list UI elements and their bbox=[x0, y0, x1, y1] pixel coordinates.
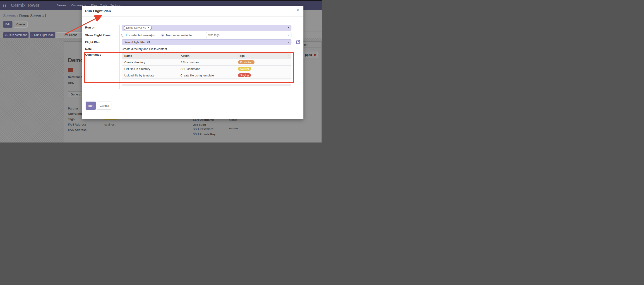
table-row[interactable]: List files in directory SSH command Cust… bbox=[122, 66, 292, 72]
edit-button[interactable]: Edit bbox=[3, 21, 12, 27]
table-options-kebab-icon[interactable]: ⋮ bbox=[286, 54, 292, 57]
ssh-password-label: SSH Password bbox=[193, 127, 214, 131]
use-sudo-label: Use sudo bbox=[193, 123, 206, 126]
flight-plan-select[interactable]: Demo Flight Plan #1 ▼ bbox=[122, 39, 292, 45]
tags-label: Tags bbox=[68, 117, 74, 121]
partner-label: Partner bbox=[68, 107, 78, 110]
ipv6-label: IPv6 Address bbox=[68, 128, 86, 132]
radio-for-selected-servers[interactable] bbox=[121, 34, 124, 37]
page-hatch-right bbox=[322, 41, 322, 142]
ipv4-label: IPv4 Address bbox=[68, 123, 86, 126]
url-label: URL bbox=[68, 81, 74, 84]
commands-table-header: Name Action Tags ⋮ bbox=[122, 53, 292, 59]
with-tags-select[interactable]: with tags ▼ bbox=[206, 32, 292, 38]
column-tags[interactable]: Tags bbox=[236, 53, 286, 59]
run-button[interactable]: Run bbox=[86, 102, 96, 110]
cancel-button[interactable]: Cancel bbox=[97, 102, 112, 110]
nav-item-servers[interactable]: Servers bbox=[56, 4, 66, 7]
server-name-heading: Demo bbox=[68, 57, 82, 64]
table-row[interactable]: Create directory SSH command Production bbox=[122, 59, 292, 66]
close-icon[interactable]: × bbox=[297, 8, 299, 12]
breadcrumb-separator: / bbox=[17, 13, 19, 18]
breadcrumb-servers-link[interactable]: Servers bbox=[3, 13, 16, 18]
app-window: Cetmix Tower Servers Commands Files Tool… bbox=[0, 0, 322, 142]
dialog-label-divider bbox=[119, 25, 120, 89]
radio-non-server-restricted[interactable] bbox=[161, 34, 164, 37]
background-tab-underline bbox=[304, 47, 322, 48]
plane-icon: ✈ bbox=[31, 34, 33, 36]
flight-plan-label: Flight Plan bbox=[85, 40, 100, 44]
tab-general[interactable]: General bbox=[68, 91, 82, 97]
status-text-fragment: pped bbox=[305, 53, 312, 56]
commands-table: Name Action Tags ⋮ Create directory SSH … bbox=[122, 53, 292, 80]
ssh-password-value: ******** bbox=[229, 127, 238, 131]
reference-label: Reference bbox=[68, 75, 82, 79]
show-flight-plans-radiogroup: For selected server(s) Non server restri… bbox=[121, 32, 194, 38]
apps-grid-icon[interactable] bbox=[3, 4, 6, 7]
server-status-button[interactable]: pped bbox=[303, 51, 318, 58]
horizontal-scrollbar[interactable] bbox=[122, 84, 292, 86]
sheet-divider bbox=[64, 51, 82, 51]
server-color-swatch[interactable] bbox=[68, 68, 73, 72]
commands-label: Commands bbox=[85, 53, 101, 56]
radio-label-non-server-restricted[interactable]: Non server restricted bbox=[166, 33, 194, 37]
dialog-title: Run Flight Plan bbox=[85, 9, 111, 13]
tag-badge: Staging bbox=[238, 73, 251, 77]
breadcrumb: Servers / Demo Server #1 bbox=[3, 13, 46, 18]
server-tag-pill[interactable]: Demo Server #1 ✕ bbox=[124, 25, 152, 30]
tag-remove-icon[interactable]: ✕ bbox=[147, 26, 149, 29]
breadcrumb-current: Demo Server #1 bbox=[19, 13, 46, 18]
ipv4-value: localhost bbox=[104, 123, 115, 126]
status-stopped-dot bbox=[314, 54, 316, 56]
page-hatch-left bbox=[0, 41, 64, 142]
code-icon: </> bbox=[4, 34, 8, 36]
dialog-footer-divider bbox=[82, 98, 304, 98]
background-tab-fragment: es bbox=[304, 43, 308, 47]
column-name[interactable]: Name bbox=[122, 54, 179, 57]
note-value: Create directory and list its content bbox=[122, 47, 167, 51]
tag-badge: Custom bbox=[238, 67, 251, 71]
note-label: Note bbox=[85, 47, 92, 51]
table-row[interactable]: Upload file by template Create file usin… bbox=[122, 72, 292, 79]
chevron-down-icon: ▼ bbox=[288, 41, 290, 43]
run-flight-plan-button[interactable]: ✈ Run Flight Plan bbox=[30, 32, 55, 38]
brand-title: Cetmix Tower bbox=[11, 3, 40, 8]
run-flight-plan-dialog: Run Flight Plan × Run on Show Flight Pla… bbox=[82, 6, 304, 119]
external-link-icon[interactable] bbox=[296, 40, 300, 44]
run-on-input[interactable]: Demo Server #1 ✕ ▼ bbox=[122, 25, 292, 30]
show-flight-plans-label: Show Flight Plans bbox=[85, 33, 110, 37]
create-button[interactable]: Create bbox=[14, 21, 28, 27]
dialog-header-divider bbox=[82, 16, 304, 16]
column-action[interactable]: Action bbox=[179, 53, 236, 59]
chevron-down-icon: ▼ bbox=[287, 34, 289, 36]
ssh-private-key-label: SSH Private Key bbox=[193, 133, 216, 136]
test-connection-button[interactable]: Test Conne bbox=[56, 32, 84, 38]
radio-label-for-selected-servers[interactable]: For selected server(s) bbox=[126, 33, 154, 37]
run-on-label: Run on bbox=[85, 26, 95, 29]
tag-badge: Production bbox=[238, 60, 254, 64]
chevron-down-icon: ▼ bbox=[288, 27, 290, 29]
run-command-button[interactable]: </> Run command bbox=[3, 32, 28, 38]
